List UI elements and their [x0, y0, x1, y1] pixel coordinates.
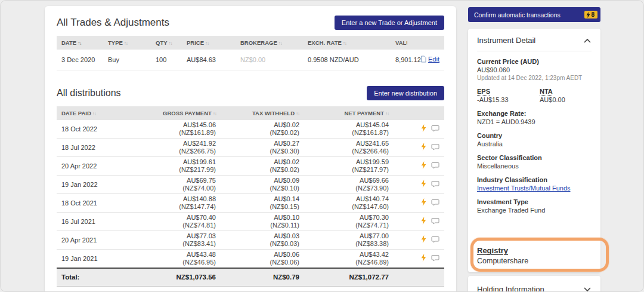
tax-aud: AU$0.02	[225, 158, 299, 166]
gross-aud: AU$241.92	[163, 140, 216, 147]
tax-nzd: (NZ$0.10)	[225, 185, 299, 192]
holding-information-card[interactable]: Holding Information	[468, 276, 600, 292]
comment-icon[interactable]	[431, 217, 439, 226]
col-date-paid[interactable]: DATE PAID↑↓	[57, 106, 158, 120]
industry-classification-link[interactable]: Investment Trusts/Mutual Funds	[477, 185, 571, 192]
auto-transaction-bolt-icon[interactable]	[421, 143, 426, 152]
tax-nzd: (NZ$0.11)	[225, 222, 299, 229]
col-tax-withheld[interactable]: TAX WITHHELD↑↓	[221, 106, 304, 120]
gross-aud: AU$69.75	[163, 177, 216, 185]
net-nzd: (NZ$74.71)	[309, 222, 389, 229]
tax-nzd: (NZ$0.02)	[225, 166, 299, 174]
col-price[interactable]: PRICE↑↓	[182, 36, 236, 50]
net-aud: AU$70.30	[309, 214, 389, 222]
new-distribution-button[interactable]: Enter new distribution	[367, 86, 444, 100]
country-field: Country Australia	[477, 132, 592, 147]
investment-type-label: Investment Type	[477, 198, 592, 205]
sort-icon: ↑↓	[278, 41, 282, 46]
sort-icon: ↑↓	[78, 41, 81, 46]
comment-icon[interactable]	[431, 143, 439, 152]
sort-icon: ↑↓	[92, 111, 96, 116]
auto-transaction-bolt-icon[interactable]	[421, 180, 426, 189]
tax-aud: AU$0.03	[225, 232, 299, 240]
gross-aud: AU$77.03	[163, 232, 216, 240]
total-tax: NZ$0.79	[221, 268, 304, 287]
col-exch-rate[interactable]: EXCH. RATE↑↓	[303, 36, 391, 50]
comment-icon[interactable]	[431, 236, 439, 245]
distribution-row: 16 Jul 2021 AU$70.40(NZ$74.81) AU$0.10(N…	[57, 213, 444, 231]
auto-transaction-bolt-icon[interactable]	[421, 254, 426, 263]
edit-trade-link[interactable]: Edit	[428, 56, 439, 63]
auto-transaction-bolt-icon[interactable]	[421, 124, 426, 134]
total-gross: NZ$1,073.56	[158, 268, 221, 287]
auto-transaction-bolt-icon[interactable]	[421, 161, 426, 171]
expand-chevron-down-icon[interactable]	[583, 287, 592, 292]
col-brokerage[interactable]: BROKERAGE↑↓	[236, 36, 303, 50]
net-nzd: (NZ$161.87)	[309, 129, 389, 137]
tax-nzd: (NZ$0.03)	[225, 240, 299, 248]
gross-nzd: (NZ$74.00)	[163, 185, 216, 192]
eps-nta-row: EPS -AU$15.33 NTA AU$0.00	[477, 88, 592, 103]
distribution-date: 19 Jan 2021	[57, 250, 158, 269]
current-price-value: AU$90.060	[477, 66, 592, 73]
trades-header-row: DATE↑↓ TYPE↑↓ QTY↑↓ PRICE↑↓ BROKERAGE↑↓ …	[57, 36, 444, 50]
col-type[interactable]: TYPE↑↓	[103, 36, 151, 50]
tax-nzd: (NZ$0.15)	[225, 203, 299, 211]
comment-icon[interactable]	[431, 199, 439, 208]
registry-field: Registry Computershare	[477, 246, 528, 265]
new-trade-button[interactable]: Enter a new Trade or Adjustment	[335, 16, 444, 30]
distribution-row: 18 Oct 2021 AU$140.88(NZ$147.74) AU$0.14…	[57, 194, 444, 213]
gross-nzd: (NZ$266.75)	[163, 147, 216, 155]
auto-transaction-bolt-icon[interactable]	[421, 235, 426, 245]
distribution-row: 18 Jul 2022 AU$241.92(NZ$266.75) AU$0.27…	[57, 139, 444, 157]
comment-icon[interactable]	[431, 162, 439, 171]
tax-aud: AU$0.14	[225, 195, 299, 203]
sector-field: Sector Classification Miscellaneous	[477, 154, 592, 170]
industry-label: Industry Classification	[477, 176, 592, 183]
col-qty[interactable]: QTY↑↓	[151, 36, 182, 50]
sort-icon: ↑↓	[385, 111, 389, 116]
distribution-row: 20 Apr 2022 AU$199.61(NZ$217.99) AU$0.02…	[57, 157, 444, 176]
pending-count-badge: 8	[584, 11, 597, 19]
trade-type: Buy	[103, 50, 151, 70]
instrument-detail-card: Instrument Detail Current Price (AUD) AU…	[468, 29, 600, 272]
registry-value: Computershare	[477, 257, 528, 265]
tax-nzd: (NZ$0.02)	[225, 129, 299, 137]
tax-nzd: (NZ$0.06)	[225, 259, 299, 266]
gross-aud: AU$70.40	[163, 214, 216, 222]
net-nzd: (NZ$46.89)	[309, 259, 389, 266]
col-value[interactable]: VALUE↑↓	[391, 36, 407, 50]
distributions-section-header: All distributions Enter new distribution	[57, 86, 444, 100]
gross-aud: AU$199.61	[163, 158, 216, 166]
comment-icon[interactable]	[431, 180, 439, 189]
tax-aud: AU$0.06	[225, 251, 299, 259]
auto-transaction-bolt-icon[interactable]	[421, 217, 426, 226]
distribution-date: 20 Apr 2022	[57, 157, 158, 176]
comment-icon[interactable]	[431, 254, 439, 263]
industry-field: Industry Classification Investment Trust…	[477, 176, 592, 192]
gross-nzd: (NZ$217.99)	[163, 166, 216, 174]
clipboard-icon	[420, 57, 426, 64]
totals-row: Total: NZ$1,073.56 NZ$0.79 NZ$1,072.77	[57, 268, 444, 287]
col-date[interactable]: DATE↑↓	[57, 36, 103, 50]
net-nzd: (NZ$83.38)	[309, 240, 389, 248]
gross-aud: AU$140.88	[163, 195, 216, 203]
country-label: Country	[477, 132, 592, 139]
col-net-payment[interactable]: NET PAYMENT↑↓	[304, 106, 394, 120]
distribution-row: 18 Oct 2022 AU$145.06(NZ$161.89) AU$0.02…	[57, 120, 444, 139]
collapse-chevron-up-icon[interactable]	[583, 38, 592, 43]
distribution-date: 18 Oct 2022	[57, 120, 158, 139]
sort-icon: ↑↓	[205, 41, 209, 46]
trade-value: 8,901.12	[391, 50, 407, 70]
net-aud: AU$199.59	[309, 158, 389, 166]
confirm-automatic-transactions-button[interactable]: Confirm automatic transactions 8	[468, 7, 600, 22]
comment-icon[interactable]	[431, 125, 439, 134]
sort-icon: ↑↓	[124, 41, 128, 46]
trade-exch-rate: 0.9508 NZD/AUD	[303, 50, 391, 70]
gross-nzd: (NZ$147.74)	[163, 203, 216, 211]
auto-transaction-bolt-icon[interactable]	[421, 198, 426, 208]
trade-date: 3 Dec 2020	[57, 50, 103, 70]
col-row-actions	[394, 106, 444, 120]
col-gross-payment[interactable]: GROSS PAYMENT↑↓	[158, 106, 221, 120]
total-label: Total:	[57, 268, 158, 287]
